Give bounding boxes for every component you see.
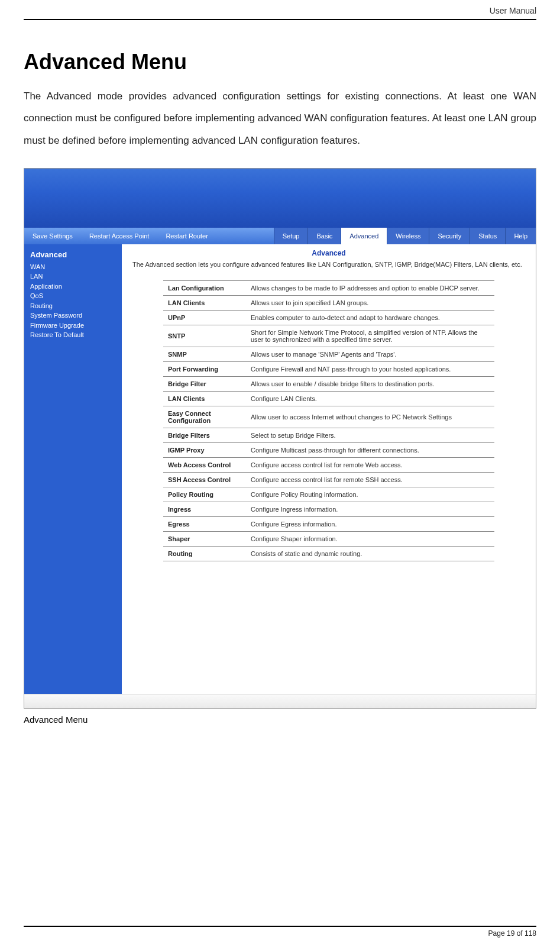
feature-desc: Allows user to manage 'SNMP' Agents and …: [246, 347, 494, 361]
feature-desc: Configure Policy Routing information.: [246, 487, 494, 502]
sidebar: Advanced WAN LAN Application QoS Routing…: [24, 244, 122, 694]
table-row: Port ForwardingConfigure Firewall and NA…: [163, 361, 494, 376]
sidebar-item-restore-default[interactable]: Restore To Default: [30, 330, 116, 340]
feature-name: SNMP: [163, 347, 246, 361]
banner: [24, 169, 536, 228]
feature-name: SNTP: [163, 325, 246, 347]
sidebar-item-lan[interactable]: LAN: [30, 272, 116, 282]
section-title: Advanced Menu: [24, 50, 536, 75]
feature-desc: Configure LAN Clients.: [246, 391, 494, 406]
nav-tabs: Setup Basic Advanced Wireless Security S…: [274, 228, 536, 244]
feature-name: Lan Configuration: [163, 280, 246, 295]
table-row: UPnPEnables computer to auto-detect and …: [163, 310, 494, 325]
tab-setup[interactable]: Setup: [274, 228, 308, 244]
feature-name: LAN Clients: [163, 295, 246, 310]
feature-name: Policy Routing: [163, 487, 246, 502]
feature-desc: Configure Ingress information.: [246, 502, 494, 516]
feature-desc: Configure access control list for remote…: [246, 472, 494, 487]
sidebar-item-wan[interactable]: WAN: [30, 262, 116, 272]
sidebar-title: Advanced: [30, 249, 116, 261]
restart-ap-link[interactable]: Restart Access Point: [81, 228, 158, 244]
feature-name: Routing: [163, 546, 246, 561]
feature-name: UPnP: [163, 310, 246, 325]
screenshot-footer-bar: [24, 694, 536, 708]
feature-desc: Configure Firewall and NAT pass-through …: [246, 361, 494, 376]
feature-desc: Enables computer to auto-detect and adap…: [246, 310, 494, 325]
feature-name: Port Forwarding: [163, 361, 246, 376]
feature-name: Easy Connect Configuration: [163, 406, 246, 428]
table-row: Bridge FiltersSelect to setup Bridge Fil…: [163, 428, 494, 442]
feature-desc: Configure Multicast pass-through for dif…: [246, 442, 494, 457]
doc-header: User Manual: [24, 6, 536, 19]
feature-name: Egress: [163, 516, 246, 531]
table-row: IGMP ProxyConfigure Multicast pass-throu…: [163, 442, 494, 457]
table-row: ShaperConfigure Shaper information.: [163, 531, 494, 546]
feature-name: Bridge Filters: [163, 428, 246, 442]
top-nav: Save Settings Restart Access Point Resta…: [24, 228, 536, 244]
feature-name: SSH Access Control: [163, 472, 246, 487]
nav-left-group: Save Settings Restart Access Point Resta…: [24, 228, 216, 244]
table-row: Bridge FilterAllows user to enable / dis…: [163, 376, 494, 391]
feature-desc: Configure access control list for remote…: [246, 457, 494, 472]
feature-desc: Select to setup Bridge Filters.: [246, 428, 494, 442]
figure-caption: Advanced Menu: [24, 715, 536, 725]
feature-name: LAN Clients: [163, 391, 246, 406]
tab-wireless[interactable]: Wireless: [387, 228, 429, 244]
feature-table: Lan ConfigurationAllows changes to be ma…: [163, 280, 494, 561]
save-settings-link[interactable]: Save Settings: [24, 228, 81, 244]
content-title: Advanced: [132, 249, 525, 257]
sidebar-item-system-password[interactable]: System Password: [30, 311, 116, 321]
table-row: EgressConfigure Egress information.: [163, 516, 494, 531]
router-screenshot: Save Settings Restart Access Point Resta…: [24, 168, 536, 709]
table-row: Policy RoutingConfigure Policy Routing i…: [163, 487, 494, 502]
feature-desc: Configure Egress information.: [246, 516, 494, 531]
table-row: Web Access ControlConfigure access contr…: [163, 457, 494, 472]
header-rule: [24, 19, 536, 20]
feature-desc: Allows user to join specified LAN groups…: [246, 295, 494, 310]
content-desc: The Advanced section lets you configure …: [132, 260, 525, 270]
sidebar-item-routing[interactable]: Routing: [30, 301, 116, 311]
feature-name: Web Access Control: [163, 457, 246, 472]
sidebar-item-application[interactable]: Application: [30, 282, 116, 292]
feature-desc: Allows changes to be made to IP addresse…: [246, 280, 494, 295]
feature-name: Shaper: [163, 531, 246, 546]
content-panel: Advanced The Advanced section lets you c…: [122, 244, 536, 694]
table-row: IngressConfigure Ingress information.: [163, 502, 494, 516]
table-row: SNTPShort for Simple Network Time Protoc…: [163, 325, 494, 347]
sidebar-item-qos[interactable]: QoS: [30, 291, 116, 301]
feature-desc: Allow user to access Internet without ch…: [246, 406, 494, 428]
feature-desc: Configure Shaper information.: [246, 531, 494, 546]
feature-name: Ingress: [163, 502, 246, 516]
feature-desc: Allows user to enable / disable bridge f…: [246, 376, 494, 391]
feature-desc: Short for Simple Network Time Protocol, …: [246, 325, 494, 347]
sidebar-item-firmware-upgrade[interactable]: Firmware Upgrade: [30, 321, 116, 331]
feature-name: IGMP Proxy: [163, 442, 246, 457]
table-row: RoutingConsists of static and dynamic ro…: [163, 546, 494, 561]
footer-rule: [24, 926, 536, 927]
table-row: Lan ConfigurationAllows changes to be ma…: [163, 280, 494, 295]
tab-help[interactable]: Help: [505, 228, 536, 244]
tab-status[interactable]: Status: [470, 228, 505, 244]
table-row: LAN ClientsAllows user to join specified…: [163, 295, 494, 310]
table-row: Easy Connect ConfigurationAllow user to …: [163, 406, 494, 428]
table-row: LAN ClientsConfigure LAN Clients.: [163, 391, 494, 406]
table-row: SNMPAllows user to manage 'SNMP' Agents …: [163, 347, 494, 361]
body-text: The Advanced mode provides advanced conf…: [24, 85, 536, 151]
tab-basic[interactable]: Basic: [307, 228, 341, 244]
page-number: Page 19 of 118: [24, 929, 536, 938]
feature-desc: Consists of static and dynamic routing.: [246, 546, 494, 561]
tab-advanced[interactable]: Advanced: [341, 228, 387, 244]
tab-security[interactable]: Security: [429, 228, 470, 244]
table-row: SSH Access ControlConfigure access contr…: [163, 472, 494, 487]
feature-name: Bridge Filter: [163, 376, 246, 391]
restart-router-link[interactable]: Restart Router: [157, 228, 216, 244]
